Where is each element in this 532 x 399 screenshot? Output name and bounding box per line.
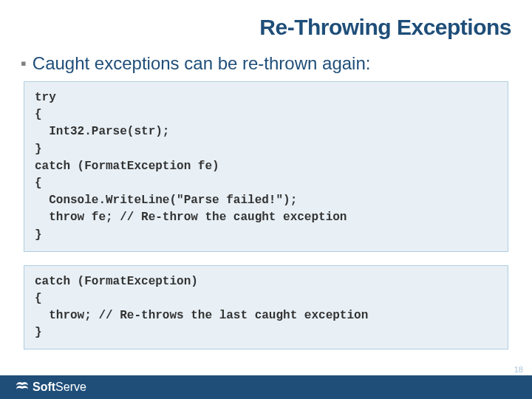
bullet-text: Caught exceptions can be re-thrown again… [33,53,371,74]
page-number: 18 [514,365,523,374]
bullet-icon: ▪ [21,55,27,72]
footer-bar: SoftServe [0,375,532,399]
code-block-2: catch (FormatException) { throw; // Re-t… [24,265,508,350]
code-block-1: try { Int32.Parse(str); } catch (FormatE… [24,81,508,252]
logo-text-light: Serve [55,381,86,394]
slide: Re-Throwing Exceptions ▪ Caught exceptio… [0,0,532,399]
logo: SoftServe [15,380,86,395]
logo-text-bold: Soft [33,381,55,394]
slide-title: Re-Throwing Exceptions [21,15,511,40]
logo-icon [15,380,30,395]
bullet-item: ▪ Caught exceptions can be re-thrown aga… [21,53,511,74]
